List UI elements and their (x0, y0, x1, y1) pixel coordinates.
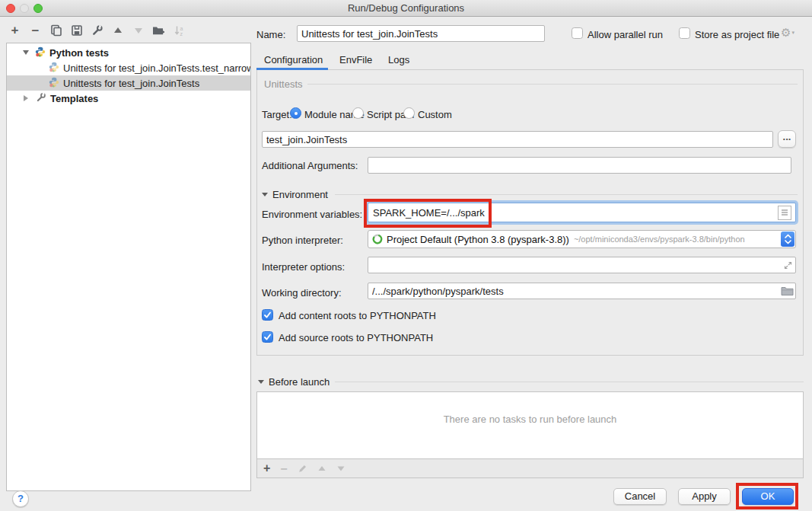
store-as-project-file-label: Store as project file (695, 29, 779, 40)
target-module-name-radio[interactable] (290, 107, 301, 119)
svg-text:z: z (180, 31, 183, 37)
run-debug-configurations-dialog: Run/Debug Configurations + − az (0, 0, 812, 511)
allow-parallel-run-label: Allow parallel run (588, 29, 663, 40)
store-options-gear-icon[interactable]: ⚙▾ (781, 27, 794, 38)
move-up-icon[interactable] (111, 24, 124, 37)
remove-configuration-icon[interactable]: − (29, 24, 42, 37)
help-button[interactable]: ? (12, 490, 29, 507)
section-divider (335, 194, 798, 195)
python-tests-icon (35, 46, 46, 59)
module-name-input[interactable] (262, 131, 773, 148)
working-directory-label: Working directory: (262, 287, 342, 299)
move-down-icon[interactable] (132, 24, 145, 37)
before-launch-empty-message: There are no tasks to run before launch (256, 414, 804, 425)
python-interpreter-label: Python interpreter: (262, 235, 343, 246)
additional-arguments-input[interactable] (368, 157, 791, 174)
new-folder-icon[interactable] (152, 24, 165, 37)
tree-item-templates[interactable]: Templates (7, 91, 250, 106)
tree-item-label: Unittests for test_join.JoinTests.test_n… (63, 62, 250, 74)
save-configuration-icon[interactable] (70, 24, 83, 37)
interpreter-options-label: Interpreter options: (262, 261, 345, 273)
combo-stepper-icon[interactable] (781, 232, 794, 247)
section-divider (335, 382, 804, 382)
tree-item-label: Templates (50, 93, 98, 104)
apply-button[interactable]: Apply (678, 488, 731, 505)
edit-environment-variables-icon[interactable] (778, 206, 791, 220)
configurations-tree: Python tests Unittests for test_join.Joi… (6, 43, 251, 491)
python-tests-icon (49, 77, 59, 90)
environment-variables-input[interactable] (369, 204, 772, 221)
copy-configuration-icon[interactable] (49, 24, 62, 37)
collapsed-arrow-icon[interactable] (24, 95, 28, 101)
remove-task-icon[interactable]: − (280, 463, 287, 474)
move-task-down-icon[interactable] (336, 464, 345, 473)
tab-logs[interactable]: Logs (388, 54, 409, 65)
group-divider (307, 84, 798, 85)
python-interpreter-select[interactable]: Project Default (Python 3.8 (pyspark-3.8… (368, 230, 796, 248)
add-content-roots-label: Add content roots to PYTHONPATH (279, 310, 436, 321)
title-bar: Run/Debug Configurations (0, 0, 812, 17)
target-label: Target: (262, 109, 292, 120)
target-script-path-radio[interactable] (352, 107, 364, 119)
environment-variables-label: Environment variables: (262, 209, 362, 220)
target-custom-label: Custom (418, 109, 452, 120)
name-input[interactable] (297, 25, 545, 42)
cancel-button[interactable]: Cancel (613, 488, 667, 505)
python-tests-icon (49, 62, 59, 75)
edit-templates-wrench-icon[interactable] (91, 24, 103, 37)
active-tab-underline (256, 68, 328, 70)
edit-task-icon[interactable] (298, 464, 307, 474)
sort-configurations-icon[interactable]: az (173, 24, 186, 37)
configurations-toolbar: + − az (8, 24, 186, 37)
tree-item-python-tests[interactable]: Python tests (7, 45, 250, 60)
expanded-arrow-icon[interactable] (23, 50, 29, 55)
before-launch-task-list (256, 391, 804, 459)
tree-item-label: Python tests (49, 47, 109, 59)
tab-envfile[interactable]: EnvFile (339, 54, 372, 65)
before-launch-collapse-icon[interactable] (258, 380, 264, 384)
conda-environment-icon (371, 233, 384, 245)
before-launch-label: Before launch (269, 376, 330, 388)
expand-field-icon[interactable] (782, 260, 793, 270)
add-task-icon[interactable]: + (263, 462, 270, 474)
svg-text:a: a (180, 26, 183, 31)
tree-item-unittests-jointests-selected[interactable]: Unittests for test_join.JoinTests (7, 75, 250, 91)
name-label: Name: (256, 29, 285, 40)
add-source-roots-checkbox[interactable] (262, 331, 273, 343)
environment-section-label: Environment (272, 189, 328, 200)
templates-wrench-icon (36, 92, 46, 105)
interpreter-options-input[interactable] (368, 257, 796, 273)
additional-arguments-label: Additional Arguments: (262, 160, 358, 171)
tree-item-label: Unittests for test_join.JoinTests (63, 78, 199, 89)
unittests-group-label: Unittests (264, 78, 303, 90)
ok-button[interactable]: OK (742, 488, 794, 505)
python-interpreter-path: ~/opt/miniconda3/envs/pyspark-3.8/bin/py… (574, 235, 745, 244)
environment-variables-field (368, 203, 796, 222)
add-source-roots-label: Add source roots to PYTHONPATH (279, 332, 433, 343)
browse-folder-icon[interactable] (781, 286, 794, 296)
python-interpreter-value: Project Default (Python 3.8 (pyspark-3.8… (387, 234, 569, 245)
add-content-roots-checkbox[interactable] (262, 309, 273, 321)
working-directory-input[interactable] (368, 283, 796, 299)
add-configuration-icon[interactable]: + (8, 24, 21, 37)
move-task-up-icon[interactable] (317, 464, 326, 473)
allow-parallel-run-checkbox[interactable] (572, 27, 583, 39)
store-as-project-file-checkbox[interactable] (679, 27, 690, 39)
window-title: Run/Debug Configurations (0, 2, 812, 14)
target-custom-radio[interactable] (403, 107, 415, 119)
tab-configuration[interactable]: Configuration (264, 54, 323, 65)
environment-section-collapse-icon[interactable] (262, 193, 268, 196)
browse-module-button[interactable]: ... (778, 130, 796, 148)
before-launch-toolbar: + − (256, 458, 804, 478)
tree-item-unittests-test-narrow[interactable]: Unittests for test_join.JoinTests.test_n… (7, 60, 250, 75)
